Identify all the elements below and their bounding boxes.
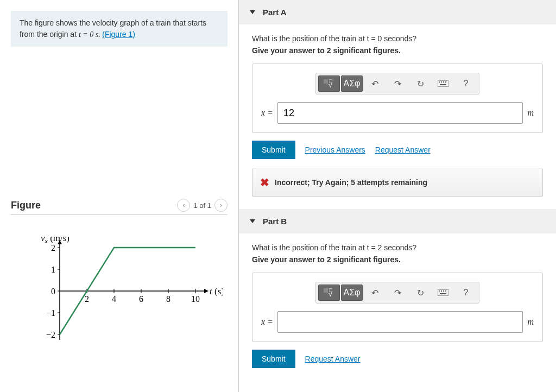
svg-text:0: 0: [51, 287, 55, 296]
unit-label-a: m: [527, 108, 534, 118]
svg-text:10: 10: [191, 294, 200, 304]
help-icon[interactable]: ?: [455, 75, 477, 92]
part-b-title: Part B: [263, 217, 287, 226]
answer-input-a[interactable]: [277, 102, 523, 124]
svg-text:−2: −2: [46, 330, 55, 339]
svg-rect-44: [440, 293, 446, 294]
answer-box-a: □√ ΑΣφ ↶ ↷ ↻ ? x = m: [252, 64, 543, 133]
figure-title: Figure: [11, 200, 41, 211]
part-a-instruction: Give your answer to 2 significant figure…: [252, 46, 543, 55]
variable-label-b: x =: [261, 317, 273, 327]
part-a-header[interactable]: Part A: [239, 0, 556, 24]
undo-icon[interactable]: ↶: [364, 75, 386, 92]
svg-text:t (s): t (s): [210, 286, 223, 296]
svg-text:1: 1: [51, 265, 55, 274]
keyboard-icon[interactable]: [432, 284, 454, 301]
formula-toolbar: □√ ΑΣφ ↶ ↷ ↻ ?: [315, 73, 479, 94]
svg-text:2: 2: [85, 294, 89, 304]
svg-text:−1: −1: [46, 308, 55, 318]
incorrect-icon: ✖: [260, 176, 269, 189]
collapse-icon: [250, 219, 255, 223]
svg-rect-39: [438, 289, 448, 296]
templates-icon[interactable]: □√: [318, 284, 340, 301]
velocity-graph: 2 1 0 −1 −2 2 4 6 8 10 vx (m/s): [27, 237, 223, 356]
collapse-icon: [250, 10, 255, 14]
svg-rect-32: [441, 81, 442, 83]
figure-link[interactable]: (Figure 1): [102, 30, 135, 39]
svg-rect-31: [439, 81, 440, 83]
figure-next-button[interactable]: ›: [214, 199, 228, 212]
previous-answers-link[interactable]: Previous Answers: [305, 146, 365, 154]
svg-rect-41: [441, 290, 442, 292]
redo-icon[interactable]: ↷: [387, 75, 408, 92]
redo-icon[interactable]: ↷: [387, 284, 408, 301]
prompt-equation: t = 0 s.: [79, 30, 102, 39]
feedback-text: Incorrect; Try Again; 5 attempts remaini…: [275, 178, 427, 187]
svg-rect-34: [445, 81, 446, 83]
keyboard-icon[interactable]: [432, 75, 454, 92]
svg-text:8: 8: [166, 294, 170, 304]
svg-text:4: 4: [112, 294, 116, 304]
undo-icon[interactable]: ↶: [364, 284, 386, 301]
part-b-header[interactable]: Part B: [239, 209, 556, 233]
figure-counter: 1 of 1: [193, 201, 211, 210]
svg-rect-35: [440, 84, 446, 85]
templates-icon[interactable]: □√: [318, 75, 340, 92]
reset-icon[interactable]: ↻: [409, 284, 431, 301]
svg-text:√: √: [328, 290, 333, 298]
request-answer-link-a[interactable]: Request Answer: [375, 146, 431, 154]
svg-rect-40: [439, 290, 440, 292]
svg-rect-30: [438, 80, 448, 87]
unit-label-b: m: [527, 317, 534, 327]
svg-rect-42: [443, 290, 444, 292]
feedback-box: ✖ Incorrect; Try Again; 5 attempts remai…: [252, 168, 543, 197]
request-answer-link-b[interactable]: Request Answer: [305, 355, 361, 363]
problem-statement: The figure shows the velocity graph of a…: [11, 11, 228, 47]
svg-text:2: 2: [51, 243, 55, 252]
answer-box-b: □√ ΑΣφ ↶ ↷ ↻ ? x = m: [252, 273, 543, 342]
answer-input-b[interactable]: [277, 311, 523, 333]
svg-text:6: 6: [139, 294, 143, 304]
reset-icon[interactable]: ↻: [409, 75, 431, 92]
part-b-instruction: Give your answer to 2 significant figure…: [252, 255, 543, 264]
greek-button[interactable]: ΑΣφ: [341, 284, 363, 301]
svg-rect-33: [443, 81, 444, 83]
part-b-question: What is the position of the train at t =…: [252, 243, 543, 252]
submit-button-b[interactable]: Submit: [252, 350, 295, 368]
svg-marker-3: [204, 289, 208, 293]
submit-button-a[interactable]: Submit: [252, 141, 295, 159]
svg-text:√: √: [328, 81, 333, 88]
greek-button[interactable]: ΑΣφ: [341, 75, 363, 92]
svg-rect-27: [324, 79, 328, 84]
variable-label-a: x =: [261, 108, 273, 118]
figure-prev-button[interactable]: ‹: [177, 199, 190, 212]
part-a-question: What is the position of the train at t =…: [252, 34, 543, 43]
svg-rect-43: [445, 290, 446, 292]
svg-rect-36: [324, 288, 328, 293]
part-a-title: Part A: [263, 8, 287, 17]
help-icon[interactable]: ?: [455, 284, 477, 301]
formula-toolbar: □√ ΑΣφ ↶ ↷ ↻ ?: [315, 282, 479, 304]
